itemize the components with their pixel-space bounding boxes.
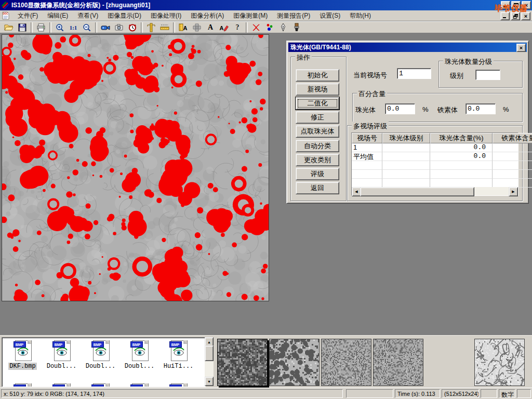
op-button-6[interactable]: 更改类别 <box>296 154 339 166</box>
file-panel: BMPDKF.bmpBMPDoubl...BMPDoubl...BMPDoubl… <box>0 335 532 388</box>
table-row-1[interactable]: 平均值0.0 <box>352 152 518 161</box>
video-camera-icon <box>101 23 110 32</box>
table-row-2[interactable] <box>352 161 518 170</box>
zoom-out-button[interactable] <box>80 22 94 33</box>
toolbar-separator <box>246 22 248 33</box>
table-header-3[interactable]: 铁素体含量(%) <box>493 133 532 143</box>
ruler-icon <box>160 23 169 32</box>
hscroll-thumb[interactable] <box>360 187 474 196</box>
table-row-4[interactable] <box>352 179 518 188</box>
file-item-partial-3[interactable]: BMP <box>120 382 159 387</box>
current-field-input[interactable]: 1 <box>397 68 431 79</box>
op-button-5[interactable]: 自动分类 <box>296 140 339 152</box>
image-thumbnail-5[interactable] <box>474 339 525 386</box>
level-input[interactable] <box>475 70 500 80</box>
titlebar: IS100显微摄像系统(金相分析版) - [zhuguangti01] × <box>0 0 532 10</box>
op-button-2[interactable]: 二值化 <box>296 97 339 110</box>
timer-clock-button[interactable] <box>126 22 139 33</box>
file-row: BMPDKF.bmpBMPDoubl...BMPDoubl...BMPDoubl… <box>3 339 198 370</box>
menu-item-9[interactable]: 帮助(H) <box>345 10 376 21</box>
pearlite-percent-input[interactable]: 0.0 <box>385 103 415 114</box>
menu-item-4[interactable]: 图像处理(I) <box>146 10 186 21</box>
bmp-file-icon: BMP <box>52 340 71 361</box>
text-label-icon: A <box>208 23 213 32</box>
table-hscrollbar[interactable]: ◀ ▶ <box>352 187 518 195</box>
table-cell: 1 <box>352 143 382 152</box>
file-name: DKF.bmp <box>8 363 36 370</box>
file-item-partial-0[interactable]: BMP <box>3 382 42 387</box>
dialog-close-button[interactable]: × <box>516 44 526 52</box>
op-button-3[interactable]: 修正 <box>296 111 339 124</box>
toolbar-separator <box>95 22 97 33</box>
print-button[interactable] <box>34 22 48 33</box>
pattern-grid-button[interactable] <box>190 22 204 33</box>
image-thumbnail-2[interactable] <box>269 339 320 386</box>
op-button-0[interactable]: 初始化 <box>296 69 339 82</box>
table-row-0[interactable]: 10.0 <box>352 143 518 152</box>
table-header-0[interactable]: 视场号 <box>352 133 382 143</box>
ruler-button[interactable] <box>158 22 171 33</box>
op-button-4[interactable]: 点取珠光体 <box>296 125 339 138</box>
file-item-HuiTi...[interactable]: BMPHuiTi... <box>159 339 198 370</box>
menu-item-2[interactable]: 查看(V) <box>73 10 103 21</box>
file-item-partial-4[interactable]: BMP <box>159 382 198 387</box>
scroll-down-icon[interactable]: ▼ <box>205 377 214 386</box>
open-folder-icon <box>4 23 14 32</box>
file-item-partial-2[interactable]: BMP <box>81 382 120 387</box>
menu-item-3[interactable]: 图像显示(D) <box>103 10 146 21</box>
file-name: Doubl... <box>124 363 156 370</box>
ferrite-percent-input[interactable]: 0.0 <box>466 103 496 114</box>
image-thumbnail-4[interactable] <box>373 339 423 386</box>
op-button-1[interactable]: 新视场 <box>296 83 339 96</box>
table-row-3[interactable] <box>352 170 518 179</box>
brush-tool-button[interactable] <box>290 22 303 33</box>
op-button-7[interactable]: 评级 <box>296 168 339 180</box>
table-header-1[interactable]: 珠光体级别 <box>382 133 430 143</box>
video-camera-button[interactable] <box>99 22 112 33</box>
text-label-button[interactable]: A <box>204 22 217 33</box>
zoom-in-button[interactable] <box>53 22 66 33</box>
table-cell <box>430 161 493 170</box>
bmp-badge: BMP <box>52 384 65 387</box>
menu-item-1[interactable]: 编辑(E) <box>43 10 73 21</box>
caliper-button[interactable] <box>144 22 158 33</box>
menu-item-5[interactable]: 图像分析(A) <box>186 10 229 21</box>
status-time: Time (s): 0.113 <box>395 389 440 398</box>
image-thumbnail-1[interactable] <box>217 339 268 386</box>
photo-camera-button[interactable] <box>112 22 126 33</box>
menu-item-6[interactable]: 图像测量(M) <box>229 10 272 21</box>
image-thumbnail-3[interactable] <box>321 339 371 386</box>
annotate-button[interactable]: A <box>217 22 231 33</box>
file-item-DKF.bmp[interactable]: BMPDKF.bmp <box>3 339 42 370</box>
help-button[interactable]: ? <box>231 22 244 33</box>
pen-tool-button[interactable] <box>276 22 290 33</box>
table-cell <box>493 161 532 170</box>
op-button-8[interactable]: 返回 <box>296 182 339 194</box>
file-item-partial-1[interactable]: BMP <box>42 382 81 387</box>
scroll-right-icon[interactable]: ▶ <box>509 187 518 196</box>
file-name: Doubl... <box>46 363 78 370</box>
table-header-2[interactable]: 珠光体含量(%) <box>430 133 493 143</box>
actual-size-button[interactable]: 1:1 <box>66 22 80 33</box>
curve-tool-button[interactable] <box>249 22 263 33</box>
menu-item-0[interactable]: 文件(F) <box>13 10 43 21</box>
measure-text-button[interactable]: A <box>177 22 190 33</box>
menu-items: 文件(F)编辑(E)查看(V)图像显示(D)图像处理(I)图像分析(A)图像测量… <box>13 10 376 21</box>
vscroll-thumb[interactable] <box>205 345 214 361</box>
rating-table[interactable]: 视场号珠光体级别珠光体含量(%)铁素体含量(%) 10.0平均值0.0 ◀ ▶ <box>351 132 518 196</box>
file-item-Doubl...[interactable]: BMPDoubl... <box>120 339 159 370</box>
svg-text:A: A <box>220 24 224 31</box>
menu-item-8[interactable]: 设置(S) <box>315 10 345 21</box>
dialog-title: 珠光体(GB/T9441-88) <box>290 43 351 52</box>
menu-item-7[interactable]: 测量报告(P) <box>272 10 315 21</box>
save-button[interactable] <box>16 22 29 33</box>
file-list[interactable]: BMPDKF.bmpBMPDoubl...BMPDoubl...BMPDoubl… <box>2 337 206 387</box>
phase-particles-button[interactable] <box>263 22 276 33</box>
file-list-scrollbar[interactable]: ▲ ▼ <box>205 337 214 386</box>
dialog-titlebar[interactable]: 珠光体(GB/T9441-88) <box>288 43 527 52</box>
micrograph-image[interactable] <box>2 34 269 301</box>
file-item-Doubl...[interactable]: BMPDoubl... <box>81 339 120 370</box>
open-folder-button[interactable] <box>2 22 16 33</box>
table-cell <box>352 170 382 179</box>
file-item-Doubl...[interactable]: BMPDoubl... <box>42 339 81 370</box>
